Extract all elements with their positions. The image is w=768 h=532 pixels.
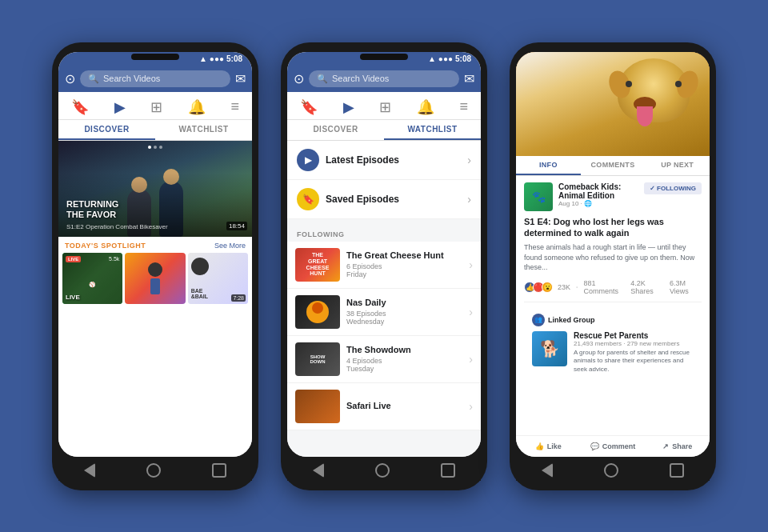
messenger-icon-1[interactable]: ✉ — [235, 71, 246, 86]
search-bar-1[interactable]: 🔍 Search Videos — [80, 70, 230, 87]
like-icon: 👍 — [535, 442, 544, 450]
dog-image — [516, 52, 710, 156]
dot-3 — [159, 146, 162, 149]
phone-screen-3: INFO COMMENTS UP NEXT 🐾 Comeback Kids: A… — [516, 52, 710, 457]
bell-nav-icon[interactable]: 🔔 — [188, 98, 206, 116]
tab-bar-2: DISCOVER WATCHLIST — [287, 120, 481, 141]
stats-divider-1: · — [575, 280, 578, 294]
cheese-title: The Great Cheese Hunt — [346, 250, 462, 261]
group-info: Rescue Pet Parents 21,493 members · 279 … — [574, 331, 694, 374]
save-nav-icon-2[interactable]: 🔖 — [300, 98, 318, 116]
icon-nav-1: 🔖 ▶ ⊞ 🔔 ≡ — [58, 92, 252, 120]
video-info: 🐾 Comeback Kids: Animal Edition Aug 10 ·… — [516, 176, 710, 435]
showdown-day: Tuesday — [346, 365, 462, 373]
tab-watchlist-2[interactable]: WATCHLIST — [384, 120, 481, 140]
home-btn-3[interactable] — [604, 463, 618, 478]
group-name: Rescue Pet Parents — [574, 331, 694, 340]
colorful-bg — [125, 253, 185, 304]
video-nav-icon[interactable]: ▶ — [114, 98, 126, 116]
tab-comments[interactable]: COMMENTS — [581, 156, 646, 175]
grid-nav-icon[interactable]: ⊞ — [150, 98, 162, 116]
nas-thumb-img — [295, 295, 340, 329]
like-label: Like — [547, 442, 562, 450]
like-btn[interactable]: 👍 Like — [516, 439, 581, 454]
saved-episodes-item[interactable]: 🔖 Saved Episodes › — [287, 180, 481, 219]
linked-group: 👥 Linked Group 🐕 Rescue Pet Parents 21,4… — [524, 309, 702, 378]
spotlight-item-2[interactable] — [125, 253, 185, 304]
comments-count: 881 Comments — [583, 279, 626, 295]
group-members: 21,493 members · 279 new members — [574, 340, 694, 347]
showdown-thumb-img: SHOWDOWN — [295, 342, 340, 376]
spotlight-header: TODAY'S SPOTLIGHT See More — [58, 237, 252, 253]
recent-btn-1[interactable] — [212, 463, 226, 478]
tab-upnext[interactable]: UP NEXT — [645, 156, 710, 175]
see-more-btn[interactable]: See More — [214, 242, 246, 250]
cheese-day: Friday — [346, 270, 462, 278]
phone-buttons-1 — [58, 457, 252, 481]
safari-chevron: › — [469, 400, 473, 413]
spotlight-item-3[interactable]: BAE&BAIL 7:28 — [188, 253, 248, 304]
spotlight-item-1[interactable]: LIVE 5.5k LIVE ⚾ — [62, 253, 122, 304]
time-2: 5:08 — [455, 54, 471, 63]
hero-duration-1: 18:54 — [226, 222, 247, 230]
save-nav-icon[interactable]: 🔖 — [71, 98, 89, 116]
latest-icon: ▶ — [297, 149, 319, 171]
show-card: 🐾 Comeback Kids: Animal Edition Aug 10 ·… — [524, 182, 702, 211]
tab-watchlist-1[interactable]: WATCHLIST — [155, 120, 252, 140]
tab-discover-2[interactable]: DISCOVER — [287, 120, 384, 140]
cheese-thumb-img: THEGREATCHEESEHUNT — [295, 248, 340, 282]
grid-nav-icon-2[interactable]: ⊞ — [379, 98, 391, 116]
show-item-cheese[interactable]: THEGREATCHEESEHUNT The Great Cheese Hunt… — [287, 242, 481, 289]
video-nav-icon-2[interactable]: ▶ — [343, 98, 354, 116]
status-icons-1: ▲ ●●● 5:08 — [199, 54, 242, 63]
safari-info: Safari Live — [346, 401, 462, 411]
nas-title: Nas Daily — [346, 298, 462, 308]
episode-title: S1 E4: Dog who lost her legs was determi… — [524, 216, 702, 239]
saved-chevron: › — [467, 193, 471, 206]
cheese-info: The Great Cheese Hunt 6 Episodes Friday — [346, 250, 462, 278]
tab-discover-1[interactable]: DISCOVER — [58, 120, 155, 140]
baseball-bg: LIVE 5.5k LIVE ⚾ — [62, 253, 122, 304]
menu-nav-icon-2[interactable]: ≡ — [460, 98, 469, 115]
showdown-info: The Showdown 4 Episodes Tuesday — [346, 345, 462, 373]
back-btn-1[interactable] — [84, 463, 95, 478]
tab-info[interactable]: INFO — [516, 156, 581, 175]
bell-nav-icon-2[interactable]: 🔔 — [417, 98, 434, 116]
follow-button[interactable]: ✓ FOLLOWING — [644, 182, 702, 194]
show-item-safari[interactable]: Safari Live › — [287, 383, 481, 430]
showdown-chevron: › — [469, 353, 473, 366]
home-btn-1[interactable] — [146, 463, 161, 478]
menu-nav-icon[interactable]: ≡ — [231, 98, 240, 115]
show-card-thumb: 🐾 — [524, 182, 553, 211]
top-nav-2: ⊙ 🔍 Search Videos ✉ — [287, 66, 481, 92]
messenger-icon-2[interactable]: ✉ — [464, 71, 474, 86]
wifi-icon-2: ▲ — [428, 54, 436, 63]
group-card: 🐕 Rescue Pet Parents 21,493 members · 27… — [532, 331, 694, 374]
time-1: 5:08 — [226, 54, 242, 63]
show-card-title: Comeback Kids: Animal Edition — [558, 182, 638, 200]
camera-icon-2[interactable]: ⊙ — [294, 71, 304, 86]
share-btn[interactable]: ↗ Share — [645, 439, 710, 454]
phone-notch-2 — [360, 54, 408, 60]
watchlist-content: ▶ Latest Episodes › 🔖 Saved Episodes › F… — [287, 141, 481, 457]
cheese-thumb: THEGREATCHEESEHUNT — [295, 248, 340, 282]
show-item-showdown[interactable]: SHOWDOWN The Showdown 4 Episodes Tuesday… — [287, 336, 481, 383]
safari-title: Safari Live — [346, 401, 462, 411]
search-bar-2[interactable]: 🔍 Search Videos — [309, 70, 459, 87]
search-icon-1: 🔍 — [88, 74, 99, 84]
show-card-meta: Aug 10 · 🌐 — [558, 200, 638, 207]
recent-btn-3[interactable] — [670, 463, 684, 478]
recent-btn-2[interactable] — [441, 463, 455, 478]
camera-icon-1[interactable]: ⊙ — [65, 71, 75, 86]
hero-subtitle-1: S1:E2 Operation Combat Bikesaver — [66, 223, 168, 230]
back-btn-2[interactable] — [313, 463, 324, 478]
tab-bar-1: DISCOVER WATCHLIST — [58, 120, 252, 141]
back-btn-3[interactable] — [542, 463, 553, 478]
phone-buttons-3 — [516, 457, 710, 481]
icon-nav-2: 🔖 ▶ ⊞ 🔔 ≡ — [287, 92, 481, 120]
search-icon-2: 🔍 — [317, 74, 328, 84]
home-btn-2[interactable] — [375, 463, 390, 478]
latest-episodes-item[interactable]: ▶ Latest Episodes › — [287, 141, 481, 180]
show-item-nas[interactable]: Nas Daily 38 Episodes Wednesday › — [287, 289, 481, 336]
comment-btn[interactable]: 💬 Comment — [581, 439, 646, 454]
